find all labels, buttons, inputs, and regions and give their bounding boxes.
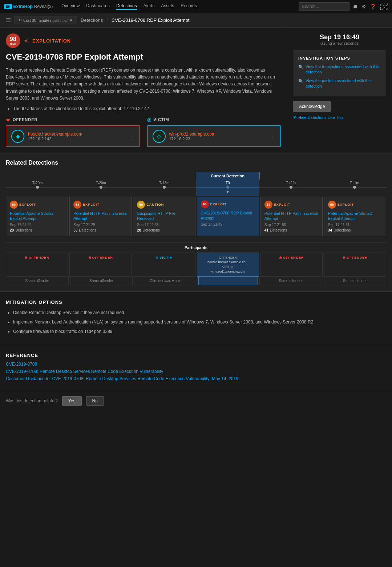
part-col-4: ☠ OFFENDER (260, 253, 323, 277)
rel-col-1: Same offender (70, 277, 133, 285)
search-input[interactable] (299, 2, 349, 11)
det-card-4[interactable]: 64 EXPLOIT Potential HTTP Path Traversal… (260, 197, 323, 236)
victim-label: ◎ VICTIM (147, 117, 281, 122)
datetime-display: Sep 19 16:49 lasting a few seconds (293, 33, 386, 45)
det-score-3: 98 (201, 200, 209, 208)
mitigation-item-0: Disable Remote Desktop Services if they … (13, 309, 386, 316)
logo[interactable]: EH ExtraHop Reveal(x) (4, 4, 53, 9)
current-detection-label: Current Detection (196, 172, 260, 180)
det-date-5: Sep 17 21:51 (328, 223, 382, 227)
rel-col-4: Same offender (259, 277, 322, 285)
reference-section: REFERENCE CVE-2019-0708 CVE-2019-0708: R… (0, 345, 392, 391)
related-title: Related Detections (6, 160, 386, 166)
part-skull-4: ☠ (279, 256, 282, 260)
part-role-1: ☠ OFFENDER (73, 256, 128, 260)
det-date-0: Sep 17 21:29 (10, 223, 64, 227)
part-col-0: ☠ OFFENDER (6, 253, 68, 277)
participants-section: Participants ☠ OFFENDER ☠ OFFENDER (6, 242, 386, 285)
det-date-2: Sep 17 21:36 (137, 223, 191, 227)
version-badge: 7.8.01845 (380, 3, 388, 11)
detection-title: CVE-2019-0708 RDP Exploit Attempt (6, 52, 281, 62)
logo-text: ExtraHop (13, 4, 33, 9)
acknowledge-button[interactable]: Acknowledge (293, 101, 331, 112)
det-date-3: Sep 17 21:49 (201, 222, 255, 226)
offender-box[interactable]: ◆ hoodie.hacker.example.com 172.16.2.142… (6, 125, 140, 147)
link-1-icon: 🔍 (298, 64, 303, 70)
victim-card: ◎ VICTIM ◇ win-prod1.example.com 172.16.… (147, 117, 281, 147)
nav-dashboards[interactable]: Dashboards (86, 3, 110, 10)
det-type-1: EXPLOIT (83, 203, 100, 206)
relation-row: Same offender Same offender Offender was… (6, 277, 386, 285)
ref-link-2[interactable]: Customer Guidance for CVE-2019-0708: Rem… (6, 376, 386, 381)
category-title: EXPLOITATION (32, 38, 71, 44)
offender-ip: 172.16.2.142 (28, 137, 126, 141)
det-count-0: 29Detections (10, 228, 64, 232)
hide-detections-link[interactable]: 👁 Hide Detections Like This (293, 115, 386, 120)
rel-col-3 (198, 277, 258, 285)
feedback-no-button[interactable]: No (86, 396, 104, 406)
det-name-3: CVE-2019-0708 RDP Exploit Attempt (201, 210, 255, 221)
refresh-button[interactable]: ↻ Last 30 minutes just now ▼ (15, 16, 77, 24)
chevron-down-icon: ▼ (69, 18, 73, 23)
nav-records[interactable]: Records (181, 3, 197, 10)
time-col-2: T-13m (133, 180, 196, 196)
det-count-4: 41Detections (264, 228, 319, 232)
breadcrumb-current: CVE-2019-0708 RDP Exploit Attempt (112, 17, 189, 23)
det-type-4: EXPLOIT (274, 203, 291, 206)
nav-links: Overview Dashboards Detections Alerts As… (61, 3, 299, 10)
det-count-1: 33Detections (73, 228, 128, 232)
ip-bullet: The IP address of the client linked to t… (13, 106, 281, 111)
investigation-link-2[interactable]: 🔍 View the packets associated with this … (298, 78, 381, 89)
risk-badge: 98 RISK (6, 33, 20, 48)
nav-overview[interactable]: Overview (61, 3, 80, 10)
part-role-2: ◎ VICTIM (136, 256, 192, 260)
part-role-4: ☠ OFFENDER (264, 256, 319, 260)
victim-avatar: ◇ (153, 130, 166, 143)
offender-avatar: ◆ (11, 130, 24, 143)
part-col-2: ◎ VICTIM (133, 253, 195, 277)
refresh-icon: ↻ (19, 18, 22, 23)
mitigation-title: MITIGATION OPTIONS (6, 299, 386, 305)
settings-icon[interactable]: ⚙ (361, 4, 366, 9)
ref-link-1[interactable]: CVE-2019-0708: Remote Desktop Services R… (6, 369, 386, 374)
participants-label: Participants (6, 245, 386, 250)
investigation-steps-panel: INVESTIGATION STEPS 🔍 View the transacti… (293, 51, 386, 96)
current-label-row: Current Detection (6, 172, 386, 180)
part-role-5: ☠ OFFENDER (327, 256, 383, 260)
victim-ip: 172.16.2.23 (169, 137, 267, 141)
main-area: 98 RISK ☠ EXPLOITATION CVE-2019-0708 RDP… (0, 28, 392, 153)
det-date-1: Sep 17 21:29 (73, 223, 128, 227)
offender-icon: ☠ (6, 117, 11, 122)
skull-icon: ☠ (24, 38, 29, 44)
nav-alerts[interactable]: Alerts (144, 3, 155, 10)
nav-assets[interactable]: Assets (161, 3, 174, 10)
breadcrumb-parent[interactable]: Detections (81, 17, 103, 23)
det-card-2[interactable]: 56 CAUTION Suspicious HTTP File Received… (133, 197, 195, 236)
ref-link-0[interactable]: CVE-2019-0708 (6, 362, 386, 367)
det-card-0[interactable]: 60 EXPLOIT Potential Apache Struts2 Expl… (6, 197, 68, 236)
det-type-2: CAUTION (146, 203, 164, 206)
nav-detections[interactable]: Detections (116, 3, 137, 10)
left-panel: 98 RISK ☠ EXPLOITATION CVE-2019-0708 RDP… (0, 28, 287, 153)
part-skull-0: ☠ (24, 256, 28, 260)
offender-label: ☠ OFFENDER (6, 117, 140, 122)
reference-title: REFERENCE (6, 353, 386, 358)
det-card-1[interactable]: 64 EXPLOIT Potential HTTP Path Traversal… (69, 197, 132, 236)
det-type-0: EXPLOIT (19, 203, 36, 206)
det-date-4: Sep 17 21:50 (264, 223, 319, 227)
det-score-0: 60 (10, 201, 18, 209)
top-nav: EH ExtraHop Reveal(x) Overview Dashboard… (0, 0, 392, 13)
help-icon[interactable]: ❓ (370, 4, 376, 9)
det-card-3-current[interactable]: 98 EXPLOIT CVE-2019-0708 RDP Exploit Att… (197, 197, 259, 236)
investigation-link-1[interactable]: 🔍 View the transactions associated with … (298, 64, 381, 75)
breadcrumb-bar: ☰ ↻ Last 30 minutes just now ▼ Detection… (0, 13, 392, 28)
risk-label: RISK (10, 43, 16, 45)
offender-expand-icon: ⋮ (129, 133, 134, 139)
rel-col-5: Same offender (324, 277, 387, 285)
user-icon[interactable]: ☗ (353, 4, 358, 9)
det-card-5[interactable]: 60 EXPLOIT Potential Apache Struts2 Expl… (324, 197, 386, 236)
victim-box[interactable]: ◇ win-prod1.example.com 172.16.2.23 ⋮ (147, 125, 281, 147)
part-offender-label-3: OFFENDER (200, 256, 256, 260)
feedback-yes-button[interactable]: Yes (62, 396, 82, 406)
det-score-1: 64 (73, 201, 81, 209)
